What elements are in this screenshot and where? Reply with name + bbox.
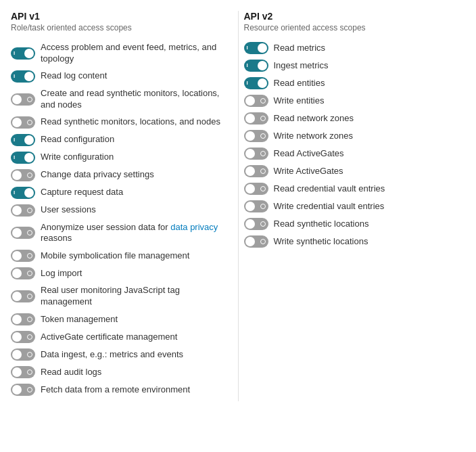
toggle-on[interactable]: I	[11, 152, 35, 164]
scope-label-write-config: Write configuration	[41, 152, 114, 163]
toggle-off[interactable]	[11, 348, 35, 361]
scope-item-write-config: IWrite configuration	[11, 152, 222, 164]
api-v2-subtitle: Resource oriented access scopes	[244, 23, 455, 32]
toggle-on[interactable]: I	[244, 77, 268, 89]
scope-label-read-metrics: Read metrics	[274, 43, 326, 54]
scope-item-anonymize-user: Anonymize user session data for data pri…	[11, 222, 222, 245]
toggle-off[interactable]	[11, 366, 35, 378]
toggle-off[interactable]	[11, 384, 35, 396]
api-columns: API v1 Role/task oriented access scopes …	[11, 11, 465, 401]
column-divider	[238, 11, 239, 401]
scope-label-user-sessions: User sessions	[41, 204, 96, 216]
scope-item-read-synthetic-locations: Read synthetic locations	[244, 218, 455, 230]
toggle-on[interactable]: I	[11, 70, 35, 83]
scope-item-read-entities: IRead entities	[244, 77, 455, 89]
toggle-on[interactable]: I	[11, 134, 35, 146]
toggle-off[interactable]	[11, 250, 35, 262]
scope-item-write-synthetic-locations: Write synthetic locations	[244, 235, 455, 248]
scope-label-write-synthetic-locations: Write synthetic locations	[274, 236, 368, 248]
toggle-off[interactable]	[11, 227, 35, 239]
toggle-on[interactable]: I	[244, 60, 268, 72]
toggle-on[interactable]: I	[11, 47, 35, 60]
toggle-off[interactable]	[244, 183, 268, 195]
scope-label-mobile-symbolication: Mobile symbolication file management	[41, 250, 189, 262]
api-v2-title: API v2	[244, 11, 455, 22]
api-v1-items: IAccess problem and event feed, metrics,…	[11, 42, 222, 396]
scope-item-read-metrics: IRead metrics	[244, 42, 455, 54]
scope-link-anonymize-user[interactable]: data privacy	[170, 222, 218, 232]
scope-label-write-network-zones: Write network zones	[274, 131, 354, 142]
scope-item-read-log: IRead log content	[11, 70, 222, 83]
api-v2-column: API v2 Resource oriented access scopes I…	[244, 11, 466, 401]
scope-label-read-entities: Read entities	[274, 78, 325, 89]
toggle-off[interactable]	[11, 204, 35, 217]
scope-label-create-read-synthetic: Create and read synthetic monitors, loca…	[41, 88, 222, 111]
toggle-off[interactable]	[11, 290, 35, 302]
toggle-off[interactable]	[244, 165, 268, 177]
toggle-on[interactable]: I	[11, 187, 35, 199]
scope-label-write-entities: Write entities	[274, 95, 325, 107]
toggle-off[interactable]	[244, 112, 268, 125]
scope-item-capture-request: ICapture request data	[11, 187, 222, 199]
scope-label-read-audit-logs: Read audit logs	[41, 367, 101, 378]
scope-item-read-activegates: Read ActiveGates	[244, 148, 455, 160]
toggle-off[interactable]	[244, 200, 268, 212]
scope-label-token-management: Token management	[41, 314, 118, 325]
scope-label-capture-request: Capture request data	[41, 187, 123, 198]
scope-item-log-import: Log import	[11, 267, 222, 279]
scope-label-read-network-zones: Read network zones	[274, 113, 354, 125]
api-v1-column: API v1 Role/task oriented access scopes …	[11, 11, 233, 401]
scope-label-anonymize-user: Anonymize user session data for data pri…	[41, 222, 222, 245]
scope-label-write-activegates: Write ActiveGates	[274, 166, 343, 177]
scope-item-write-network-zones: Write network zones	[244, 130, 455, 142]
scope-item-read-audit-logs: Read audit logs	[11, 366, 222, 378]
scope-item-read-credential-vault: Read credential vault entries	[244, 183, 455, 195]
toggle-off[interactable]	[244, 148, 268, 160]
toggle-off[interactable]	[244, 95, 268, 107]
scope-label-read-activegates: Read ActiveGates	[274, 148, 344, 160]
toggle-off[interactable]	[244, 235, 268, 248]
scope-label-change-data-privacy: Change data privacy settings	[41, 169, 154, 181]
scope-label-read-config: Read configuration	[41, 134, 114, 145]
scope-item-create-read-synthetic: Create and read synthetic monitors, loca…	[11, 88, 222, 111]
toggle-on[interactable]: I	[244, 42, 268, 54]
scope-label-data-ingest: Data ingest, e.g.: metrics and events	[41, 349, 183, 361]
scope-label-log-import: Log import	[41, 268, 82, 279]
scope-item-read-config: IRead configuration	[11, 134, 222, 146]
toggle-off[interactable]	[244, 130, 268, 142]
scope-item-read-network-zones: Read network zones	[244, 112, 455, 125]
scope-item-write-credential-vault: Write credential vault entries	[244, 200, 455, 212]
scope-item-change-data-privacy: Change data privacy settings	[11, 169, 222, 181]
scope-label-read-credential-vault: Read credential vault entries	[274, 183, 385, 195]
scope-label-access-problem: Access problem and event feed, metrics, …	[41, 42, 222, 65]
scope-label-ingest-metrics: Ingest metrics	[274, 60, 329, 72]
scope-label-write-credential-vault: Write credential vault entries	[274, 201, 385, 212]
scope-item-real-user-monitoring: Real user monitoring JavaScript tag mana…	[11, 285, 222, 308]
api-v2-items: IRead metricsIIngest metricsIRead entiti…	[244, 42, 455, 248]
scope-item-write-activegates: Write ActiveGates	[244, 165, 455, 177]
scope-item-token-management: Token management	[11, 313, 222, 325]
scope-label-read-synthetic-monitors: Read synthetic monitors, locations, and …	[41, 116, 220, 128]
scope-item-access-problem: IAccess problem and event feed, metrics,…	[11, 42, 222, 65]
scope-item-fetch-remote: Fetch data from a remote environment	[11, 384, 222, 396]
scope-item-data-ingest: Data ingest, e.g.: metrics and events	[11, 348, 222, 361]
scope-item-activegate-cert: ActiveGate certificate management	[11, 331, 222, 343]
toggle-off[interactable]	[11, 331, 35, 343]
scope-item-mobile-symbolication: Mobile symbolication file management	[11, 250, 222, 262]
api-v1-title: API v1	[11, 11, 222, 22]
scope-label-fetch-remote: Fetch data from a remote environment	[41, 384, 190, 396]
toggle-off[interactable]	[11, 313, 35, 325]
toggle-off[interactable]	[11, 116, 35, 129]
scope-label-read-log: Read log content	[41, 70, 107, 82]
scope-item-user-sessions: User sessions	[11, 204, 222, 217]
scope-item-ingest-metrics: IIngest metrics	[244, 60, 455, 72]
toggle-off[interactable]	[11, 93, 35, 106]
scope-item-read-synthetic-monitors: Read synthetic monitors, locations, and …	[11, 116, 222, 129]
toggle-off[interactable]	[11, 169, 35, 181]
toggle-off[interactable]	[11, 267, 35, 279]
toggle-off[interactable]	[244, 218, 268, 230]
api-v1-subtitle: Role/task oriented access scopes	[11, 23, 222, 32]
scope-label-read-synthetic-locations: Read synthetic locations	[274, 219, 369, 230]
scope-label-activegate-cert: ActiveGate certificate management	[41, 332, 177, 343]
scope-label-real-user-monitoring: Real user monitoring JavaScript tag mana…	[41, 285, 222, 308]
